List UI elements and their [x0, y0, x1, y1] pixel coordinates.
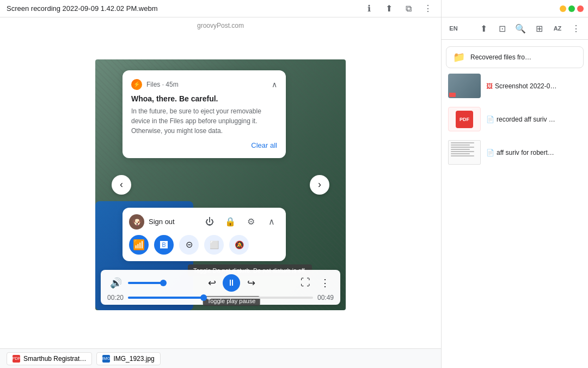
- volume-group: 🔊: [107, 274, 166, 292]
- progress-thumb: [200, 294, 207, 301]
- screenshot-name: Screenshot 2022-0…: [495, 82, 556, 90]
- img-label: IMG_1923.jpg: [113, 355, 154, 363]
- doc-thumb: [448, 140, 481, 165]
- volume-thumb: [160, 280, 167, 286]
- screenshot-file-icon: 🖼: [486, 82, 493, 90]
- play-pause-button[interactable]: ⏸ Toggle play pause: [223, 274, 240, 292]
- img-file-icon: IMG: [102, 355, 110, 363]
- smarthub-label: Smarthub Registrat…: [23, 355, 86, 363]
- file-item-doc[interactable]: 📄 aff suriv for robert…: [444, 137, 586, 168]
- video-content: groovyPost.com ⚡ Files · 45m: [0, 17, 441, 368]
- info-button[interactable]: ℹ: [363, 2, 376, 15]
- copy-button[interactable]: ⧉: [402, 2, 415, 15]
- doc-file-icon: 📄: [486, 149, 494, 156]
- wifi-toggle[interactable]: 📶: [129, 235, 149, 255]
- right-controls: ⛶ ⋮: [297, 274, 334, 292]
- file-info-pdf: 📄 recorded aff suriv …: [486, 116, 581, 123]
- pdf-file-icon: 📄: [486, 116, 494, 123]
- pdf-thumb: PDF: [448, 107, 481, 131]
- fp-more-icon[interactable]: ⋮: [568, 21, 584, 36]
- volume-slider[interactable]: [128, 282, 166, 284]
- quick-settings-panel: 🐶 Sign out ⏻ 🔒 ⚙ ∧ 📶 🅱 ⊝: [122, 208, 286, 261]
- fp-close-btn[interactable]: [577, 5, 584, 12]
- controls-top-row: 🔊 ↩ ⏸ Toggle play pause ↪: [107, 274, 334, 292]
- sign-out-label[interactable]: Sign out: [149, 218, 175, 226]
- pdf-badge-icon: PDF: [456, 111, 473, 128]
- file-panel: EN ⬆ ⊡ 🔍 ⊞ AZ ⋮ 📁 Recovered files fro… 🖼…: [441, 0, 588, 368]
- folder-icon: 📁: [453, 51, 465, 63]
- forward-button[interactable]: ↪: [242, 274, 260, 292]
- screen-capture-toggle[interactable]: ⬜: [204, 235, 224, 255]
- current-time: 00:20: [107, 294, 124, 301]
- taskbar: PDF Smarthub Registrat… IMG IMG_1923.jpg: [0, 348, 441, 368]
- folder-name: Recovered files fro…: [470, 53, 531, 61]
- fp-maximize-btn[interactable]: [568, 5, 575, 12]
- file-item-pdf[interactable]: PDF 📄 recorded aff suriv …: [444, 104, 586, 135]
- file-item-screenshot[interactable]: 🖼 Screenshot 2022-0…: [444, 70, 586, 101]
- fp-search-icon[interactable]: 🔍: [513, 21, 528, 36]
- doc-line-1: [451, 142, 474, 143]
- doc-name: aff suriv for robert…: [497, 149, 554, 156]
- more-options-button[interactable]: ⋮: [316, 274, 334, 292]
- file-item-folder[interactable]: 📁 Recovered files fro…: [446, 46, 584, 68]
- doc-line-4: [451, 149, 470, 150]
- fp-toolbar-right: ⬆ ⊡ 🔍 ⊞ AZ ⋮: [476, 21, 584, 36]
- pdf-name: recorded aff suriv …: [497, 116, 555, 123]
- fullscreen-button[interactable]: ⛶: [297, 274, 314, 292]
- file-panel-title-bar: [442, 0, 588, 17]
- video-title: Screen recording 2022-09-09 1.42.02 PM.w…: [7, 4, 158, 13]
- fp-open-icon[interactable]: EN: [446, 21, 461, 36]
- notification-card: ⚡ Files · 45m ∧ Whoa, there. Be careful.…: [122, 70, 286, 158]
- bluetooth-toggle[interactable]: 🅱: [154, 235, 174, 255]
- title-bar-icons: ℹ ⬆ ⧉ ⋮: [363, 2, 434, 15]
- video-frame: ⚡ Files · 45m ∧ Whoa, there. Be careful.…: [95, 59, 346, 310]
- site-watermark: groovyPost.com: [197, 22, 244, 29]
- title-bar-left: Screen recording 2022-09-09 1.42.02 PM.w…: [7, 4, 158, 13]
- settings-icon[interactable]: ⚙: [243, 214, 259, 230]
- doc-line-7: [451, 155, 474, 156]
- fp-toolbar-left: EN: [446, 21, 461, 36]
- fp-layout-icon[interactable]: ⊡: [494, 21, 510, 36]
- nav-next-button[interactable]: ›: [310, 175, 329, 195]
- taskbar-item-img[interactable]: IMG IMG_1923.jpg: [96, 352, 160, 365]
- taskbar-item-smarthub[interactable]: PDF Smarthub Registrat…: [7, 352, 92, 365]
- fp-share-icon[interactable]: ⬆: [476, 21, 491, 36]
- screenshot-thumb: [448, 74, 481, 98]
- volume-icon[interactable]: 🔊: [107, 274, 125, 292]
- doc-line-3: [451, 147, 474, 148]
- progress-fill: [128, 297, 204, 299]
- qs-top-row: 🐶 Sign out ⏻ 🔒 ⚙ ∧: [129, 214, 279, 230]
- more-button[interactable]: ⋮: [421, 2, 434, 15]
- notif-body: In the future, be sure to eject your rem…: [131, 106, 277, 136]
- rewind-button[interactable]: ↩: [203, 274, 220, 292]
- fp-sort-icon[interactable]: AZ: [550, 21, 565, 36]
- dnd-toggle[interactable]: ⊝: [179, 235, 199, 255]
- qs-toggle-row: 📶 🅱 ⊝ ⬜ 🔕: [129, 235, 279, 255]
- doc-line-6: [451, 153, 470, 154]
- nav-prev-button[interactable]: ‹: [112, 175, 131, 195]
- notif-app-info: ⚡ Files · 45m: [131, 79, 179, 90]
- progress-bar[interactable]: [128, 297, 313, 299]
- progress-row: 00:20 00:49: [107, 294, 334, 301]
- fp-grid-icon[interactable]: ⊞: [531, 21, 547, 36]
- power-icon[interactable]: ⏻: [202, 214, 217, 230]
- fp-minimize-btn[interactable]: [560, 5, 566, 12]
- playback-controls: ↩ ⏸ Toggle play pause ↪: [203, 274, 260, 292]
- smarthub-file-icon: PDF: [13, 355, 20, 363]
- doc-line-5: [451, 151, 474, 152]
- video-controls: 🔊 ↩ ⏸ Toggle play pause ↪: [101, 270, 340, 305]
- clear-all-button[interactable]: Clear all: [251, 141, 277, 149]
- video-player-window: Screen recording 2022-09-09 1.42.02 PM.w…: [0, 0, 441, 368]
- share-button[interactable]: ⬆: [382, 2, 395, 15]
- files-app-icon: ⚡: [131, 79, 142, 90]
- notif-app-name: Files · 45m: [146, 81, 179, 88]
- mute-toggle[interactable]: 🔕: [229, 235, 249, 255]
- notif-title: Whoa, there. Be careful.: [131, 94, 277, 103]
- title-bar: Screen recording 2022-09-09 1.42.02 PM.w…: [0, 0, 441, 17]
- lock-icon[interactable]: 🔒: [223, 214, 238, 230]
- total-time: 00:49: [317, 294, 334, 301]
- file-panel-toolbar: EN ⬆ ⊡ 🔍 ⊞ AZ ⋮: [442, 17, 588, 40]
- doc-line-2: [451, 144, 470, 146]
- notif-collapse-icon[interactable]: ∧: [272, 80, 277, 89]
- qs-chevron-icon[interactable]: ∧: [264, 214, 279, 230]
